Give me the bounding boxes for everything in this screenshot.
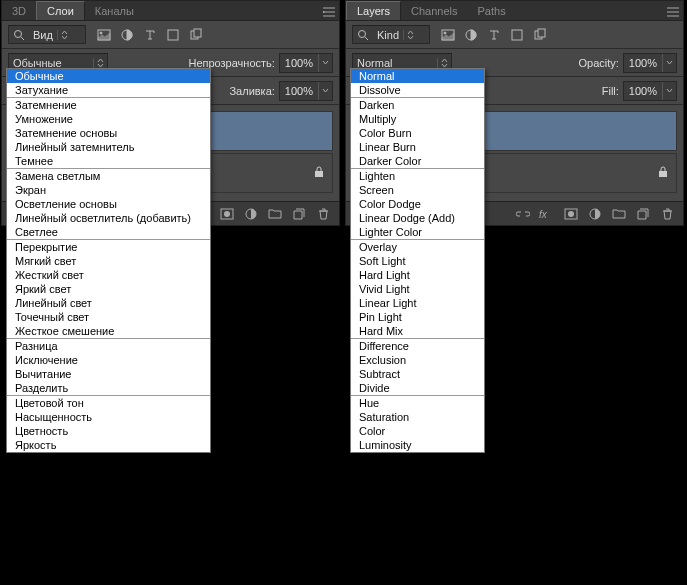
type-filter-icon[interactable] — [140, 26, 160, 44]
filter-buttons — [94, 26, 206, 44]
smart-filter-icon[interactable] — [186, 26, 206, 44]
blend-option[interactable]: Linear Light — [351, 296, 484, 310]
blend-mode-dropdown[interactable]: NormalDissolveDarkenMultiplyColor BurnLi… — [350, 68, 485, 453]
blend-option[interactable]: Исключение — [7, 353, 210, 367]
kind-filter[interactable]: Kind — [352, 25, 430, 44]
blend-option[interactable]: Pin Light — [351, 310, 484, 324]
trash-icon[interactable] — [657, 205, 677, 223]
chevron-down-icon[interactable] — [318, 82, 332, 100]
blend-option[interactable]: Мягкий свет — [7, 254, 210, 268]
folder-icon[interactable] — [265, 205, 285, 223]
blend-option[interactable]: Жесткое смешение — [7, 324, 210, 338]
tab-layers[interactable]: Layers — [346, 1, 401, 20]
kind-filter[interactable]: Вид — [8, 25, 86, 44]
shape-filter-icon[interactable] — [163, 26, 183, 44]
chevron-down-icon[interactable] — [662, 54, 676, 72]
new-layer-icon[interactable] — [633, 205, 653, 223]
fx-icon[interactable]: fx — [537, 205, 557, 223]
tab-3d[interactable]: 3D — [2, 2, 36, 20]
blend-option[interactable]: Светлее — [7, 225, 210, 239]
blend-option[interactable]: Subtract — [351, 367, 484, 381]
blend-option[interactable]: Насыщенность — [7, 410, 210, 424]
blend-option[interactable]: Linear Dodge (Add) — [351, 211, 484, 225]
blend-option[interactable]: Перекрытие — [7, 240, 210, 254]
blend-option[interactable]: Multiply — [351, 112, 484, 126]
panel-menu-icon[interactable] — [321, 4, 337, 20]
blend-option[interactable]: Яркий свет — [7, 282, 210, 296]
adjust-filter-icon[interactable] — [461, 26, 481, 44]
blend-option[interactable]: Color Dodge — [351, 197, 484, 211]
blend-option[interactable]: Линейный осветлитель (добавить) — [7, 211, 210, 225]
blend-option[interactable]: Умножение — [7, 112, 210, 126]
blend-option[interactable]: Divide — [351, 381, 484, 395]
type-filter-icon[interactable] — [484, 26, 504, 44]
pixel-filter-icon[interactable] — [94, 26, 114, 44]
blend-option[interactable]: Жесткий свет — [7, 268, 210, 282]
folder-icon[interactable] — [609, 205, 629, 223]
blend-option[interactable]: Затемнение основы — [7, 126, 210, 140]
trash-icon[interactable] — [313, 205, 333, 223]
blend-option[interactable]: Soft Light — [351, 254, 484, 268]
adjustment-icon[interactable] — [241, 205, 261, 223]
blend-option[interactable]: Цветность — [7, 424, 210, 438]
blend-option[interactable]: Цветовой тон — [7, 396, 210, 410]
blend-option[interactable]: Linear Burn — [351, 140, 484, 154]
adjustment-icon[interactable] — [585, 205, 605, 223]
blend-option[interactable]: Разделить — [7, 381, 210, 395]
blend-option[interactable]: Lighter Color — [351, 225, 484, 239]
blend-option[interactable]: Hard Light — [351, 268, 484, 282]
blend-option[interactable]: Точечный свет — [7, 310, 210, 324]
blend-option[interactable]: Saturation — [351, 410, 484, 424]
blend-option[interactable]: Яркость — [7, 438, 210, 452]
panel-menu-icon[interactable] — [665, 4, 681, 20]
tab-channels[interactable]: Каналы — [85, 2, 144, 20]
blend-option[interactable]: Разница — [7, 339, 210, 353]
pixel-filter-icon[interactable] — [438, 26, 458, 44]
blend-option[interactable]: Vivid Light — [351, 282, 484, 296]
blend-mode-dropdown[interactable]: ОбычныеЗатуханиеЗатемнениеУмножениеЗатем… — [6, 68, 211, 453]
blend-option[interactable]: Darken — [351, 98, 484, 112]
tab-paths[interactable]: Paths — [468, 2, 516, 20]
lock-icon[interactable] — [314, 164, 324, 182]
blend-option[interactable]: Color — [351, 424, 484, 438]
opacity-field[interactable]: 100% — [279, 53, 333, 73]
blend-option[interactable]: Hue — [351, 396, 484, 410]
blend-option[interactable]: Затемнение — [7, 98, 210, 112]
svg-rect-9 — [315, 171, 323, 177]
mask-icon[interactable] — [217, 205, 237, 223]
blend-option[interactable]: Difference — [351, 339, 484, 353]
fill-field[interactable]: 100% — [623, 81, 677, 101]
blend-option[interactable]: Exclusion — [351, 353, 484, 367]
blend-option[interactable]: Color Burn — [351, 126, 484, 140]
tab-layers[interactable]: Слои — [36, 1, 85, 20]
chevron-down-icon[interactable] — [318, 54, 332, 72]
blend-option[interactable]: Screen — [351, 183, 484, 197]
adjust-filter-icon[interactable] — [117, 26, 137, 44]
blend-option[interactable]: Normal — [351, 69, 484, 83]
blend-option[interactable]: Вычитание — [7, 367, 210, 381]
link-icon[interactable] — [513, 205, 533, 223]
blend-option[interactable]: Экран — [7, 183, 210, 197]
blend-option[interactable]: Осветление основы — [7, 197, 210, 211]
blend-option[interactable]: Luminosity — [351, 438, 484, 452]
blend-option[interactable]: Dissolve — [351, 83, 484, 97]
blend-option[interactable]: Обычные — [7, 69, 210, 83]
fill-field[interactable]: 100% — [279, 81, 333, 101]
blend-option[interactable]: Темнее — [7, 154, 210, 168]
blend-option[interactable]: Darker Color — [351, 154, 484, 168]
mask-icon[interactable] — [561, 205, 581, 223]
blend-option[interactable]: Замена светлым — [7, 169, 210, 183]
new-layer-icon[interactable] — [289, 205, 309, 223]
lock-icon[interactable] — [658, 164, 668, 182]
blend-option[interactable]: Hard Mix — [351, 324, 484, 338]
blend-option[interactable]: Линейный свет — [7, 296, 210, 310]
blend-option[interactable]: Затухание — [7, 83, 210, 97]
blend-option[interactable]: Линейный затемнитель — [7, 140, 210, 154]
chevron-down-icon[interactable] — [662, 82, 676, 100]
smart-filter-icon[interactable] — [530, 26, 550, 44]
opacity-field[interactable]: 100% — [623, 53, 677, 73]
shape-filter-icon[interactable] — [507, 26, 527, 44]
blend-option[interactable]: Overlay — [351, 240, 484, 254]
blend-option[interactable]: Lighten — [351, 169, 484, 183]
tab-channels[interactable]: Channels — [401, 2, 467, 20]
